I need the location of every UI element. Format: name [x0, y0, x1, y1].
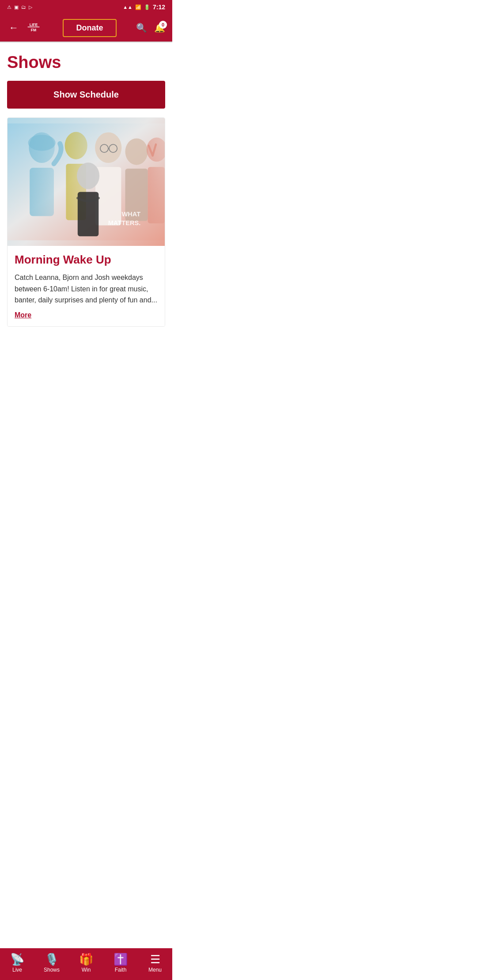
header-right: 🔍 🔔 0 — [136, 23, 165, 33]
svg-text:MATTERS.: MATTERS. — [108, 219, 141, 226]
status-time: 7:12 — [153, 4, 165, 11]
back-button[interactable]: ← — [7, 20, 20, 35]
show-description: Catch Leanna, Bjorn and Josh weekdays be… — [15, 272, 158, 306]
battery-icon: 🔋 — [144, 4, 150, 10]
search-icon: 🔍 — [136, 23, 147, 33]
show-image: WHAT MATTERS. — [8, 118, 165, 246]
svg-text:WHAT: WHAT — [122, 211, 141, 218]
svg-rect-7 — [30, 168, 54, 216]
status-bar: ⚠ ▣ 🗂 ▷ ▲▲ 📶 🔋 7:12 — [0, 0, 172, 14]
svg-point-8 — [65, 132, 87, 159]
show-schedule-button[interactable]: Show Schedule — [7, 81, 165, 109]
wifi-icon: ▲▲ — [123, 4, 132, 10]
main-content: Shows Show Schedule — [0, 42, 172, 371]
status-icons-left: ⚠ ▣ 🗂 ▷ — [7, 4, 32, 10]
play-icon: ▷ — [29, 4, 32, 10]
svg-text:LIFE: LIFE — [30, 23, 38, 27]
search-button[interactable]: 🔍 — [136, 23, 147, 33]
signal-icon: 📶 — [135, 4, 141, 10]
notification-badge: 0 — [159, 21, 167, 29]
header-left: ← LIFE FM — [7, 18, 43, 38]
svg-point-6 — [28, 135, 56, 151]
svg-rect-18 — [148, 167, 165, 223]
more-link[interactable]: More — [15, 311, 31, 319]
show-image-svg: WHAT MATTERS. — [8, 118, 165, 246]
sim-icon: ▣ — [14, 4, 19, 10]
app-logo: LIFE FM — [24, 18, 43, 38]
show-card-body: Morning Wake Up Catch Leanna, Bjorn and … — [8, 246, 165, 326]
alert-icon: ⚠ — [7, 4, 11, 10]
donate-button[interactable]: Donate — [63, 19, 116, 37]
svg-point-15 — [125, 138, 148, 165]
show-title: Morning Wake Up — [15, 253, 158, 267]
svg-point-19 — [77, 162, 99, 189]
sd-icon: 🗂 — [21, 4, 26, 10]
show-card[interactable]: WHAT MATTERS. Morning Wake Up Catch Lean… — [7, 117, 165, 327]
status-icons-right: ▲▲ 📶 🔋 7:12 — [123, 4, 165, 11]
app-header: ← LIFE FM Donate 🔍 🔔 0 — [0, 14, 172, 41]
page-title: Shows — [7, 53, 165, 72]
svg-text:FM: FM — [31, 28, 36, 32]
notifications-button[interactable]: 🔔 0 — [154, 23, 165, 33]
